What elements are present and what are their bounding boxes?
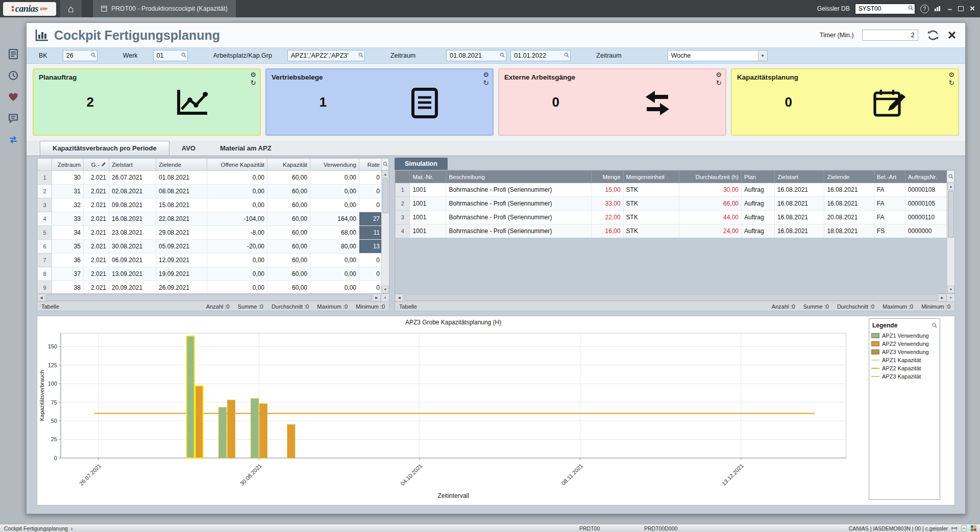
capacity-row[interactable]: 7362.02106.09.202112.09.20210,0060,000,0… bbox=[38, 254, 383, 267]
periode-select[interactable]: Woche ▼ bbox=[668, 50, 768, 61]
sidebar-item-reports[interactable] bbox=[6, 47, 20, 61]
column-header[interactable]: Mengeneinheit bbox=[623, 171, 679, 183]
capacity-row[interactable]: 9382.02120.09.202126.09.20210,0060,000,0… bbox=[38, 281, 383, 294]
column-header[interactable]: AuftragsNr. bbox=[905, 171, 946, 183]
timer-input[interactable] bbox=[862, 30, 918, 41]
search-icon[interactable] bbox=[91, 52, 96, 59]
tab-kapazitaetsverbrauch-pro-periode[interactable]: Kapazitätsverbrauch pro Periode bbox=[40, 141, 169, 156]
legend-search-icon[interactable] bbox=[932, 321, 937, 330]
sidebar-item-history[interactable] bbox=[6, 68, 20, 83]
scroll-left-button[interactable]: ◀ bbox=[37, 294, 45, 301]
card-externe-arbeitsgaenge[interactable]: Externe Arbeitsgänge 0 ⚙↻ bbox=[498, 68, 726, 136]
column-header[interactable]: Verwendung bbox=[310, 159, 359, 171]
scroll-down-button[interactable]: ▼ bbox=[382, 286, 389, 293]
simulation-row[interactable]: 21001Bohrmaschine - Profi (Seriennummer)… bbox=[396, 197, 947, 211]
tab-material-am-apz[interactable]: Material am APZ bbox=[208, 141, 284, 156]
legend-item[interactable]: APZ3 Kapazität bbox=[869, 372, 940, 381]
document-tab[interactable]: PRDT00 - Produktionscockpit (Kapazität) bbox=[93, 0, 236, 17]
gear-icon[interactable]: ⚙ bbox=[716, 71, 722, 78]
vertical-scrollbar[interactable]: ▲ ▼ bbox=[947, 183, 954, 293]
search-icon[interactable] bbox=[358, 52, 363, 59]
scroll-thumb[interactable] bbox=[382, 179, 388, 213]
column-header[interactable]: Zielstart bbox=[109, 159, 156, 171]
capacity-row[interactable]: 4332.02116.08.202122.08.2021-104,0060,00… bbox=[38, 212, 383, 226]
gear-icon[interactable]: ⚙ bbox=[948, 71, 954, 78]
gear-icon[interactable]: ⚙ bbox=[483, 71, 489, 78]
calendar-search-icon[interactable] bbox=[500, 52, 505, 59]
refresh-icon[interactable]: ↻ bbox=[483, 80, 489, 86]
scroll-corner[interactable]: ▼ bbox=[381, 294, 389, 301]
card-planauftrag[interactable]: Planauftrag 2 ⚙↻ bbox=[33, 68, 261, 136]
horizontal-scrollbar[interactable]: ◀ ▶ ▼ bbox=[395, 294, 955, 302]
sidebar-item-transfer[interactable] bbox=[6, 133, 20, 147]
arbeitsplatz-input[interactable] bbox=[287, 50, 365, 61]
scroll-right-button[interactable]: ▶ bbox=[373, 294, 381, 301]
column-header[interactable]: Menge bbox=[591, 171, 623, 183]
vertical-scrollbar[interactable]: ▲ ▼ bbox=[381, 170, 389, 293]
column-header[interactable]: Rate bbox=[359, 159, 383, 171]
search-icon[interactable] bbox=[181, 52, 186, 59]
column-header[interactable]: Beschreibung bbox=[446, 171, 591, 183]
legend-item[interactable]: APZ2 Kapazität bbox=[869, 364, 940, 372]
help-icon[interactable]: ? bbox=[920, 5, 929, 13]
legend-item[interactable]: APZ2 Verwendung bbox=[869, 340, 940, 348]
capacity-row[interactable]: 2312.02102.08.202108.08.20210,0060,000,0… bbox=[38, 185, 383, 198]
column-header[interactable]: Zielstart bbox=[774, 171, 824, 183]
tab-simulation[interactable]: Simulation bbox=[395, 158, 448, 170]
scroll-left-button[interactable]: ◀ bbox=[395, 294, 403, 301]
minimize-button[interactable]: – bbox=[948, 5, 952, 13]
column-header[interactable]: Plan bbox=[741, 171, 774, 183]
statusbar-grid-icon[interactable] bbox=[970, 525, 977, 531]
db-search-input[interactable] bbox=[855, 4, 915, 14]
legend-item[interactable]: APZ1 Verwendung bbox=[869, 332, 940, 340]
refresh-icon[interactable]: ↻ bbox=[251, 80, 256, 86]
card-vertriebsbelege[interactable]: Vertriebsbelege 1 ⚙↻ bbox=[265, 68, 494, 136]
canias-logo[interactable]: canias ERP bbox=[3, 2, 56, 16]
simulation-row[interactable]: 41001Bohrmaschine - Profi (Seriennummer)… bbox=[396, 224, 947, 238]
zeitraum-to-input[interactable] bbox=[510, 50, 571, 61]
capacity-row[interactable]: 5342.02123.08.202129.08.2021-8,0060,0068… bbox=[38, 226, 383, 240]
scroll-right-button[interactable]: ▶ bbox=[938, 294, 946, 301]
maximize-button[interactable] bbox=[958, 6, 964, 11]
column-header[interactable]: Durchlaufzeit (h) bbox=[679, 171, 742, 183]
card-kapazitaetsplanung[interactable]: Kapazitätsplanung 0 ⚙↻ bbox=[731, 68, 959, 136]
home-button[interactable]: ⌂ bbox=[60, 0, 82, 17]
capacity-row[interactable]: 8372.02113.09.202119.09.20210,0060,000,0… bbox=[38, 267, 383, 281]
scroll-thumb[interactable] bbox=[46, 294, 372, 301]
column-header[interactable]: Bel.-Art bbox=[874, 171, 905, 183]
search-icon[interactable] bbox=[908, 5, 914, 12]
horizontal-scrollbar[interactable]: ◀ ▶ ▼ bbox=[37, 294, 389, 302]
column-header[interactable]: Zielende bbox=[156, 159, 207, 171]
capacity-row[interactable]: 6352.02130.08.202105.09.2021-20,0060,008… bbox=[38, 240, 383, 254]
scroll-up-button[interactable]: ▲ bbox=[947, 183, 954, 190]
scroll-down-button[interactable]: ▼ bbox=[947, 286, 954, 293]
breadcrumb[interactable]: Cockpit Fertigungsplanung bbox=[4, 525, 68, 531]
zeitraum-from-input[interactable] bbox=[446, 50, 506, 61]
column-header[interactable]: Offene Kapazität bbox=[207, 159, 267, 171]
legend-item[interactable]: APZ1 Kapazität bbox=[869, 356, 940, 364]
calendar-search-icon[interactable] bbox=[564, 52, 569, 59]
scroll-up-button[interactable]: ▲ bbox=[382, 170, 389, 178]
reports-icon[interactable] bbox=[934, 6, 941, 12]
tab-avo[interactable]: AVO bbox=[169, 141, 208, 156]
table-search-icon[interactable] bbox=[947, 170, 954, 183]
capacity-row[interactable]: 3322.02109.08.202115.08.20210,0060,000,0… bbox=[38, 198, 383, 212]
statusbar-export-icon[interactable] bbox=[961, 525, 967, 531]
column-header[interactable]: Zeitraum bbox=[52, 159, 84, 171]
gear-icon[interactable]: ⚙ bbox=[250, 71, 256, 78]
refresh-icon[interactable]: ↻ bbox=[716, 80, 722, 86]
simulation-row[interactable]: 31001Bohrmaschine - Profi (Seriennummer)… bbox=[396, 211, 947, 224]
close-window-button[interactable]: × bbox=[948, 28, 956, 42]
column-header[interactable]: Kapazität bbox=[267, 159, 310, 171]
simulation-row[interactable]: 11001Bohrmaschine - Profi (Seriennummer)… bbox=[396, 183, 947, 197]
scroll-corner[interactable]: ▼ bbox=[946, 294, 954, 301]
refresh-icon[interactable]: ↻ bbox=[949, 80, 954, 86]
refresh-button[interactable] bbox=[926, 29, 940, 42]
column-header[interactable]: Zielende bbox=[824, 171, 874, 183]
scroll-thumb[interactable] bbox=[948, 191, 954, 238]
statusbar-printer-icon[interactable] bbox=[951, 525, 958, 531]
column-header[interactable]: Mat.-Nr. bbox=[410, 171, 446, 183]
sidebar-item-favorites[interactable] bbox=[6, 90, 20, 104]
column-header[interactable]: G.- bbox=[84, 159, 109, 171]
capacity-row[interactable]: 1302.02126.07.202101.08.20210,0060,000,0… bbox=[38, 171, 383, 185]
